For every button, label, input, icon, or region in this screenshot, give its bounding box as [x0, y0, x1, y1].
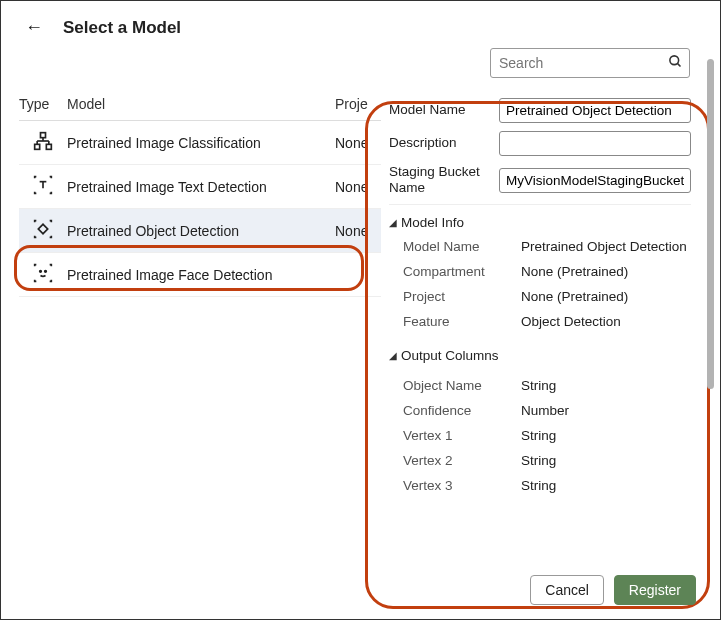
svg-rect-2 — [41, 133, 46, 138]
svg-rect-3 — [35, 144, 40, 149]
info-label: Feature — [403, 314, 521, 329]
info-label: Vertex 3 — [403, 478, 521, 493]
info-value: String — [521, 478, 691, 493]
col-header-model: Model — [67, 96, 335, 112]
description-label: Description — [389, 135, 499, 151]
project-cell: None — [335, 135, 381, 151]
info-label: Compartment — [403, 264, 521, 279]
svg-point-12 — [40, 271, 42, 273]
details-panel: Model Name Description Staging Bucket Na… — [381, 88, 699, 498]
text-detect-icon — [33, 175, 53, 198]
project-cell: None — [335, 179, 381, 195]
svg-rect-11 — [38, 224, 47, 233]
project-cell: None — [335, 223, 381, 239]
info-label: Project — [403, 289, 521, 304]
info-label: Vertex 2 — [403, 453, 521, 468]
search-input[interactable] — [490, 48, 690, 78]
info-label: Confidence — [403, 403, 521, 418]
output-columns-section-header[interactable]: ◢ Output Columns — [389, 338, 691, 367]
page-title: Select a Model — [63, 18, 181, 38]
svg-line-1 — [677, 63, 680, 66]
cancel-button[interactable]: Cancel — [530, 575, 604, 605]
scrollbar-thumb[interactable] — [707, 59, 714, 389]
info-label: Object Name — [403, 378, 521, 393]
table-row[interactable]: Pretrained Image Face Detection — [19, 253, 381, 297]
model-table: Type Model Proje Pretrained Image Classi… — [1, 88, 381, 297]
table-row-selected[interactable]: Pretrained Object Detection None — [19, 209, 381, 253]
model-name-cell: Pretrained Image Face Detection — [67, 267, 335, 283]
model-name-cell: Pretrained Image Classification — [67, 135, 335, 151]
object-detect-icon — [33, 219, 53, 242]
model-name-cell: Pretrained Object Detection — [67, 223, 335, 239]
staging-bucket-input[interactable] — [499, 168, 691, 193]
search-icon — [668, 54, 683, 72]
face-detect-icon — [33, 263, 53, 286]
svg-point-13 — [45, 271, 47, 273]
info-value: Number — [521, 403, 691, 418]
table-row[interactable]: Pretrained Image Classification None — [19, 121, 381, 165]
info-value: Pretrained Object Detection — [521, 239, 691, 254]
register-button[interactable]: Register — [614, 575, 696, 605]
model-info-label: Model Info — [401, 215, 464, 230]
table-row[interactable]: Pretrained Image Text Detection None — [19, 165, 381, 209]
model-name-input[interactable] — [499, 98, 691, 123]
back-arrow-icon[interactable]: ← — [25, 17, 43, 38]
hierarchy-icon — [33, 131, 53, 154]
staging-bucket-label: Staging Bucket Name — [389, 164, 499, 196]
search-box[interactable] — [490, 48, 690, 78]
info-value: String — [521, 428, 691, 443]
col-header-type: Type — [19, 96, 67, 112]
info-value: None (Pretrained) — [521, 264, 691, 279]
info-value: None (Pretrained) — [521, 289, 691, 304]
svg-rect-4 — [46, 144, 51, 149]
scrollbar[interactable] — [707, 59, 714, 399]
info-value: String — [521, 453, 691, 468]
info-value: String — [521, 378, 691, 393]
model-info-section-header[interactable]: ◢ Model Info — [389, 204, 691, 234]
col-header-project: Proje — [335, 96, 381, 112]
caret-down-icon: ◢ — [389, 350, 397, 361]
output-columns-label: Output Columns — [401, 348, 499, 363]
info-label: Vertex 1 — [403, 428, 521, 443]
model-name-label: Model Name — [389, 102, 499, 118]
description-input[interactable] — [499, 131, 691, 156]
info-label: Model Name — [403, 239, 521, 254]
caret-down-icon: ◢ — [389, 217, 397, 228]
svg-point-0 — [670, 56, 679, 65]
model-name-cell: Pretrained Image Text Detection — [67, 179, 335, 195]
info-value: Object Detection — [521, 314, 691, 329]
